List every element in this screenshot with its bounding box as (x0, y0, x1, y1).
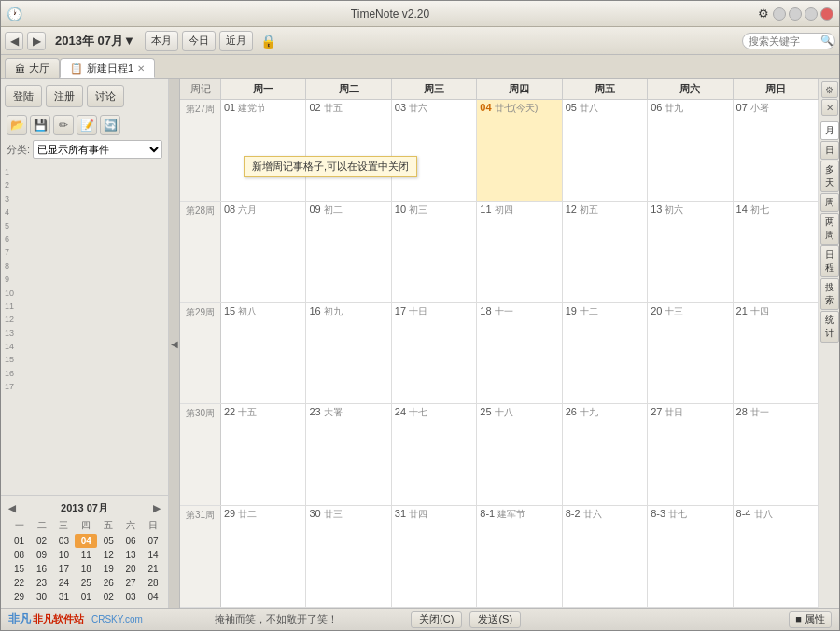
mini-cal-cell-1-1[interactable]: 08 (8, 548, 31, 562)
cal-day-4-0[interactable]: 29 廿二 (221, 506, 306, 607)
mini-cal-cell-3-4[interactable]: 25 (75, 576, 97, 590)
mini-cal-cell-2-5[interactable]: 19 (97, 562, 119, 576)
view-search[interactable]: 搜索 (820, 278, 839, 310)
mini-cal-cell-0-7[interactable]: 07 (142, 534, 164, 548)
mini-cal-cell-2-3[interactable]: 17 (52, 562, 75, 576)
today-btn[interactable]: 今日 (182, 31, 216, 51)
cal-day-3-5[interactable]: 27 廿日 (648, 404, 733, 505)
view-twoweek[interactable]: 两周 (820, 213, 839, 245)
mini-cal-cell-1-2[interactable]: 09 (31, 548, 53, 562)
cal-day-2-4[interactable]: 19 十二 (563, 303, 648, 404)
cal-day-1-0[interactable]: 08 六月 (221, 202, 306, 302)
cal-day-2-1[interactable]: 16 初九 (306, 303, 391, 404)
mini-cal-cell-3-7[interactable]: 28 (142, 576, 164, 590)
cal-day-3-6[interactable]: 28 廿一 (734, 404, 819, 505)
mini-cal-cell-3-1[interactable]: 22 (8, 576, 31, 590)
mini-cal-cell-2-4[interactable]: 18 (75, 562, 97, 576)
mini-cal-cell-1-5[interactable]: 12 (97, 548, 119, 562)
mini-cal-cell-2-2[interactable]: 16 (31, 562, 53, 576)
cal-day-3-4[interactable]: 26 十九 (563, 404, 648, 505)
mini-cal-cell-1-3[interactable]: 10 (52, 548, 75, 562)
mini-cal-cell-4-7[interactable]: 04 (142, 590, 164, 604)
mini-cal-cell-0-4[interactable]: 04 (75, 534, 97, 548)
cal-day-3-0[interactable]: 22 十五 (221, 404, 306, 505)
minimize-button[interactable] (773, 7, 786, 21)
mini-cal-cell-4-4[interactable]: 01 (75, 590, 97, 604)
cal-day-0-3[interactable]: 04 廿七(今天) (477, 100, 562, 201)
restore-button[interactable] (789, 7, 802, 21)
cal-day-4-6[interactable]: 8-4 廿八 (734, 506, 819, 607)
mini-cal-cell-2-7[interactable]: 21 (142, 562, 164, 576)
view-day[interactable]: 日 (820, 141, 839, 160)
cal-day-1-5[interactable]: 13 初六 (648, 202, 733, 302)
mini-cal-next[interactable]: ▶ (153, 503, 161, 513)
close-msg-btn[interactable]: 关闭(C) (411, 611, 462, 628)
cal-day-4-3[interactable]: 8-1 建军节 (477, 506, 562, 607)
cal-day-0-4[interactable]: 05 廿八 (563, 100, 648, 201)
category-select[interactable]: 已显示所有事件 工作 个人 家庭 (33, 140, 162, 159)
forward-button[interactable]: ▶ (27, 32, 46, 50)
cal-day-4-5[interactable]: 8-3 廿七 (648, 506, 733, 607)
mini-cal-cell-3-3[interactable]: 24 (52, 576, 75, 590)
mini-cal-cell-0-5[interactable]: 05 (97, 534, 119, 548)
cal-day-2-3[interactable]: 18 十一 (477, 303, 562, 404)
cal-day-0-5[interactable]: 06 廿九 (648, 100, 733, 201)
mini-cal-cell-3-5[interactable]: 26 (97, 576, 119, 590)
mini-cal-prev[interactable]: ◀ (8, 503, 16, 513)
tab-new-schedule[interactable]: 📋 新建日程1 ✕ (60, 58, 155, 78)
mini-cal-cell-0-1[interactable]: 01 (8, 534, 31, 548)
cal-day-3-3[interactable]: 25 十八 (477, 404, 562, 505)
mini-cal-cell-0-6[interactable]: 06 (119, 534, 142, 548)
save-tool[interactable]: 💾 (30, 115, 50, 135)
cal-day-0-0[interactable]: 01 建党节 (221, 100, 306, 201)
register-button[interactable]: 注册 (46, 85, 83, 107)
mini-cal-cell-4-2[interactable]: 30 (31, 590, 53, 604)
cal-day-0-2[interactable]: 03 廿六 (392, 100, 477, 201)
note-tool[interactable]: 📝 (77, 115, 97, 135)
cal-day-3-2[interactable]: 24 十七 (392, 404, 477, 505)
cal-day-1-2[interactable]: 10 初三 (392, 202, 477, 302)
view-multiday[interactable]: 多天 (820, 161, 839, 192)
cal-day-1-3[interactable]: 11 初四 (477, 202, 562, 302)
mini-cal-cell-2-1[interactable]: 15 (8, 562, 31, 576)
close-icon[interactable]: ✕ (821, 99, 838, 116)
cal-day-1-4[interactable]: 12 初五 (563, 202, 648, 302)
cal-day-2-6[interactable]: 21 十四 (734, 303, 819, 404)
cal-day-3-1[interactable]: 23 大署 (306, 404, 391, 505)
view-agenda[interactable]: 日程 (820, 245, 839, 277)
tab-new-schedule-close[interactable]: ✕ (137, 63, 145, 74)
settings-titlebar-icon[interactable]: ⚙ (758, 7, 769, 21)
login-button[interactable]: 登陆 (5, 85, 42, 107)
attr-button[interactable]: ■ 属性 (789, 611, 832, 628)
maximize-button[interactable] (805, 7, 818, 21)
mini-cal-cell-0-2[interactable]: 02 (31, 534, 53, 548)
view-week[interactable]: 周 (820, 193, 839, 212)
cal-day-1-1[interactable]: 09 初二 (306, 202, 391, 302)
cal-day-0-6[interactable]: 07 小署 (734, 100, 819, 201)
month-btn[interactable]: 本月 (145, 31, 178, 51)
mini-cal-cell-1-4[interactable]: 11 (75, 548, 97, 562)
mini-cal-cell-0-3[interactable]: 03 (52, 534, 75, 548)
mini-cal-cell-4-3[interactable]: 31 (52, 590, 75, 604)
cal-day-1-6[interactable]: 14 初七 (734, 202, 819, 302)
cal-day-2-0[interactable]: 15 初八 (221, 303, 306, 404)
view-month[interactable]: 月 (820, 121, 839, 140)
sidebar-expand[interactable]: ◀ (169, 79, 180, 608)
cal-day-4-2[interactable]: 31 廿四 (392, 506, 477, 607)
cal-day-4-1[interactable]: 30 廿三 (306, 506, 391, 607)
open-tool[interactable]: 📂 (7, 115, 27, 135)
close-button[interactable] (820, 7, 833, 21)
send-msg-btn[interactable]: 发送(S) (469, 611, 521, 628)
cal-day-2-2[interactable]: 17 十日 (392, 303, 477, 404)
back-button[interactable]: ◀ (5, 32, 23, 50)
search-button[interactable]: 🔍 (820, 35, 833, 47)
mini-cal-cell-4-5[interactable]: 02 (97, 590, 119, 604)
cal-day-0-1[interactable]: 02 廿五 (306, 100, 391, 201)
mini-cal-cell-4-1[interactable]: 29 (8, 590, 31, 604)
mini-cal-cell-1-6[interactable]: 13 (119, 548, 142, 562)
tab-dating[interactable]: 🏛 大厅 (5, 58, 60, 78)
edit-tool[interactable]: ✏ (53, 115, 74, 135)
mini-cal-cell-2-6[interactable]: 20 (119, 562, 142, 576)
refresh-tool[interactable]: 🔄 (100, 115, 120, 135)
recent-btn[interactable]: 近月 (219, 31, 253, 51)
